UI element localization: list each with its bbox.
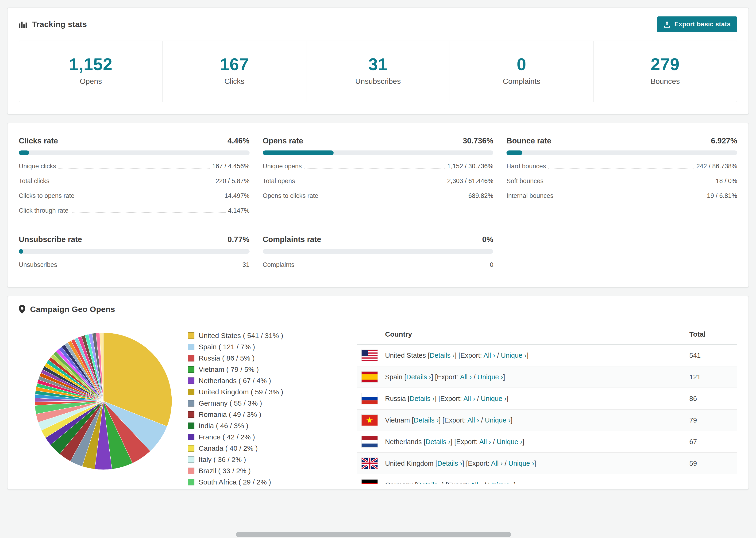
chevron-right-icon: › [524,351,527,359]
export-label: Export: [437,373,459,381]
stat-value: 31 [310,55,446,74]
legend-swatch [188,411,194,418]
export-unique-link[interactable]: Unique › [509,459,534,467]
export-all-link[interactable]: All › [463,395,475,402]
chevron-right-icon: › [504,395,507,402]
legend-item-russia: Russia ( 86 / 5% ) [188,354,324,362]
export-basic-stats-button[interactable]: Export basic stats [657,17,737,32]
legend-swatch [188,332,194,339]
geo-total [685,474,737,484]
export-unique-link[interactable]: Unique › [477,373,503,381]
legend-item-italy: Italy ( 36 / 2% ) [188,456,324,463]
export-all-link[interactable]: All › [460,373,472,381]
rate-value: 6.927% [711,136,737,145]
geo-table-header-row: Country Total [357,324,737,345]
chevron-right-icon: › [473,395,475,402]
legend-item-germany: Germany ( 55 / 3% ) [188,399,324,407]
progress-bar [263,249,494,254]
legend-item-brazil: Brazil ( 33 / 2% ) [188,467,324,475]
column-header-total: Total [685,324,737,345]
country-name: Russia [385,395,406,402]
stat-opens: 1,152 Opens [19,41,163,102]
export-unique-link[interactable]: Unique › [488,481,514,484]
details-link[interactable]: Details › [417,481,442,484]
details-link[interactable]: Details › [430,351,455,359]
column-header-country: Country [357,324,685,345]
geo-table-row-netherlands: Netherlands [Details ›] [Export: All › /… [357,431,737,453]
legend-item-spain: Spain ( 121 / 7% ) [188,343,324,351]
stat-label: Unsubscribes [310,77,446,86]
progress-bar [507,150,737,155]
country-name: Spain [385,373,403,381]
chevron-right-icon: › [460,459,462,467]
stat-label: Complaints [454,77,590,86]
dotted-leader [77,198,222,198]
geo-opens-card: Campaign Geo Opens United States ( 541 /… [7,296,749,490]
legend-swatch [188,467,194,474]
export-unique-link[interactable]: Unique › [481,395,507,402]
rates-grid: Clicks rate 4.46% Unique clicks 167 / 4.… [8,123,748,287]
rate-value: 0% [482,235,494,244]
legend-item-romania: Romania ( 49 / 3% ) [188,410,324,418]
chevron-right-icon: › [512,481,514,484]
export-all-link[interactable]: All › [491,459,503,467]
chevron-right-icon: › [469,373,472,381]
tracking-stats-card: Tracking stats Export basic stats 1,152 … [7,8,749,115]
flag-gb-icon [361,458,378,469]
progress-bar [19,150,249,155]
legend-swatch [188,445,194,452]
flag-us-icon [361,350,378,361]
legend-item-united-kingdom: United Kingdom ( 59 / 3% ) [188,388,324,396]
rate-metric-click-through-rate: Click through rate 4.147% [19,207,249,214]
details-link[interactable]: Details › [426,438,451,446]
rate-title: Opens rate [263,136,303,145]
export-all-link[interactable]: All › [483,351,495,359]
country-name: Germany [385,481,413,484]
export-unique-link[interactable]: Unique › [501,351,527,359]
geo-total: 79 [685,409,737,431]
rate-metric-opens-to-clicks-rate: Opens to clicks rate 689.82% [263,192,494,199]
dotted-leader [556,198,705,198]
geo-table: Country Total United States [Details ›] … [357,324,737,484]
stat-clicks: 167 Clicks [163,41,307,102]
rate-title: Unsubscribe rate [19,235,82,244]
chevron-right-icon: › [508,416,511,424]
legend-swatch [188,389,194,395]
export-label: Export: [440,395,462,402]
export-unique-link[interactable]: Unique › [485,416,511,424]
export-unique-link[interactable]: Unique › [497,438,523,446]
details-link[interactable]: Details › [406,373,431,381]
rates-card: Clicks rate 4.46% Unique clicks 167 / 4.… [7,123,749,288]
flag-nl-icon [361,436,378,447]
rate-block-opens-rate: Opens rate 30.736% Unique opens 1,152 / … [263,136,494,214]
export-all-link[interactable]: All › [467,416,479,424]
rate-metric-unique-opens: Unique opens 1,152 / 30.736% [263,163,494,170]
legend-item-south-africa: South Africa ( 29 / 2% ) [188,478,324,486]
export-all-link[interactable]: All › [479,438,491,446]
country-name: Netherlands [385,438,422,446]
export-all-link[interactable]: All › [470,481,482,484]
rate-block-clicks-rate: Clicks rate 4.46% Unique clicks 167 / 4.… [19,136,249,214]
details-link[interactable]: Details › [410,395,435,402]
dotted-leader [548,168,694,169]
rate-metric-total-opens: Total opens 2,303 / 61.446% [263,178,494,185]
dotted-leader [297,183,445,183]
rate-value: 0.77% [228,235,249,244]
progress-bar-fill [263,150,334,155]
progress-bar-fill [19,249,23,254]
legend-item-india: India ( 46 / 3% ) [188,422,324,430]
flag-vn-icon [361,415,378,426]
details-link[interactable]: Details › [437,459,462,467]
chevron-right-icon: › [453,351,455,359]
geo-total: 59 [685,453,737,474]
chevron-right-icon: › [480,481,482,484]
rate-block-unsubscribe-rate: Unsubscribe rate 0.77% Unsubscribes 31 [19,235,249,269]
geo-total: 67 [685,431,737,453]
rate-metric-internal-bounces: Internal bounces 19 / 6.81% [507,192,737,199]
stat-complaints: 0 Complaints [450,41,594,102]
chevron-right-icon: › [532,459,534,467]
geo-table-row-spain: Spain [Details ›] [Export: All › / Uniqu… [357,366,737,388]
rate-value: 4.46% [228,136,249,145]
details-link[interactable]: Details › [414,416,439,424]
geo-table-row-vietnam: Vietnam [Details ›] [Export: All › / Uni… [357,409,737,431]
